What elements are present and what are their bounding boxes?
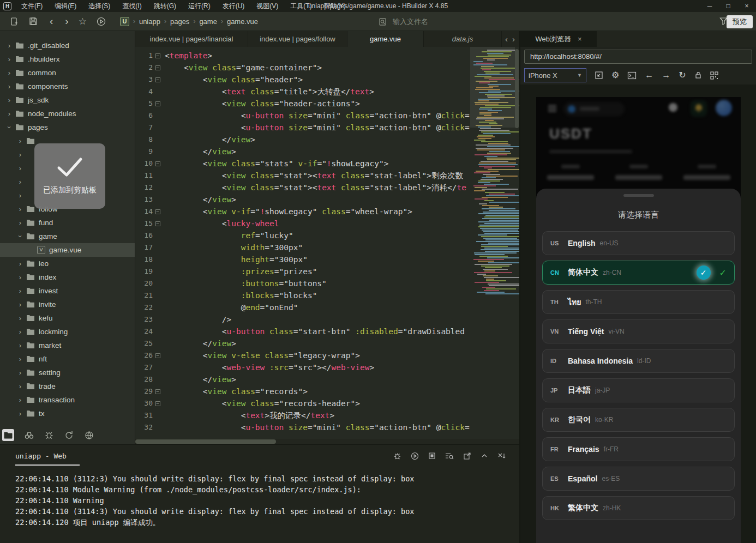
tree-item-setting[interactable]: ›setting — [0, 366, 135, 379]
debug-icon[interactable] — [393, 452, 401, 460]
code-line[interactable]: 13 </view> — [135, 194, 519, 206]
hscroll-thumb[interactable] — [135, 439, 276, 444]
close-button[interactable]: × — [737, 2, 756, 10]
fold-marker[interactable]: − — [153, 349, 163, 361]
tree-item-.git_disabled[interactable]: ›.git_disabled — [0, 39, 135, 52]
fold-icon[interactable]: − — [155, 65, 160, 70]
fold-marker[interactable]: − — [153, 50, 163, 62]
fold-marker[interactable]: − — [153, 206, 163, 218]
device-select[interactable]: iPhone X ▼ — [524, 68, 586, 82]
tree-item-nft[interactable]: ›nft — [0, 352, 135, 366]
fold-icon[interactable]: − — [155, 101, 160, 106]
code-line[interactable]: 25 </view> — [135, 337, 519, 349]
language-option-zh-CN[interactable]: CN简体中文zh-CN✓✓ — [542, 261, 735, 285]
tree-item-ieo[interactable]: ›ieo — [0, 257, 135, 270]
fold-icon[interactable]: − — [155, 353, 160, 358]
code-line[interactable]: 27 <web-view :src="src"></web-view> — [135, 361, 519, 373]
code-line[interactable]: 9 </view> — [135, 146, 519, 158]
back-arrow-icon[interactable]: ← — [645, 71, 653, 80]
fold-icon[interactable]: − — [155, 161, 160, 166]
code-line[interactable]: 10− <view class="stats" v-if="!showLegac… — [135, 158, 519, 170]
menu-item-2[interactable]: 选择(S) — [83, 1, 116, 12]
chevron-icon[interactable]: › — [16, 287, 24, 295]
fold-icon[interactable]: − — [155, 77, 160, 82]
code-line[interactable]: 15− <lucky-wheel — [135, 218, 519, 230]
sheet-drag-handle[interactable] — [623, 194, 654, 197]
browser-tab[interactable]: Web浏览器 × — [520, 31, 597, 47]
language-option-zh-HK[interactable]: HK繁体中文zh-HK — [542, 496, 735, 520]
browser-tab-close-icon[interactable]: × — [578, 35, 582, 43]
chevron-icon[interactable]: › — [16, 219, 24, 227]
breadcrumb-item-game[interactable]: game — [199, 17, 217, 26]
language-option-id-ID[interactable]: IDBahasa Indonesiaid-ID — [542, 349, 735, 373]
tree-item-.hbuilderx[interactable]: ›.hbuilderx — [0, 52, 135, 66]
chevron-icon[interactable]: › — [16, 369, 24, 377]
unlock-icon[interactable] — [694, 71, 702, 80]
horizontal-scrollbar[interactable] — [135, 439, 519, 444]
menu-item-0[interactable]: 文件(F) — [16, 1, 48, 12]
sync-icon[interactable] — [64, 430, 74, 441]
editor-tab-3[interactable]: data.js — [424, 31, 502, 47]
editor-tab-0[interactable]: index.vue | pages/financial — [135, 31, 248, 47]
code-line[interactable]: 31 <text>我的记录</text> — [135, 409, 519, 421]
code-line[interactable]: 2− <view class="game-container"> — [135, 62, 519, 74]
language-option-en-US[interactable]: USEnglishen-US — [542, 231, 735, 255]
chevron-icon[interactable]: › — [16, 191, 24, 200]
chevron-icon[interactable]: › — [16, 409, 24, 418]
code-line[interactable]: 12 <view class="stat"><text class="stat-… — [135, 182, 519, 194]
restart-icon[interactable] — [411, 452, 419, 460]
tree-item-market[interactable]: ›market — [0, 339, 135, 352]
fold-marker[interactable]: − — [153, 158, 163, 170]
chevron-icon[interactable]: › — [5, 41, 13, 50]
code-line[interactable]: 4 <text class="title">大转盘</text> — [135, 86, 519, 98]
clear-log-icon[interactable] — [497, 452, 506, 460]
chevron-icon[interactable]: › — [16, 328, 24, 336]
stop-icon[interactable] — [428, 452, 436, 460]
tree-item-common[interactable]: ›common — [0, 66, 135, 80]
maximize-button[interactable]: □ — [719, 2, 737, 10]
tree-item-pages[interactable]: ›pages — [0, 120, 135, 134]
tab-scroll-left-icon[interactable]: ‹ — [505, 34, 508, 44]
tree-item-index[interactable]: ›index — [0, 270, 135, 284]
chevron-icon[interactable]: › — [5, 96, 13, 104]
chevron-icon[interactable]: › — [5, 110, 13, 118]
chevron-icon[interactable]: › — [16, 178, 24, 186]
code-line[interactable]: 3− <view class="header"> — [135, 74, 519, 86]
code-line[interactable]: 28 </view> — [135, 373, 519, 385]
refresh-icon[interactable]: ↻ — [679, 71, 686, 80]
code-line[interactable]: 23 /> — [135, 313, 519, 325]
fold-icon[interactable]: − — [155, 389, 160, 394]
chevron-icon[interactable]: › — [16, 396, 24, 404]
chevron-icon[interactable]: › — [5, 69, 13, 77]
chevron-icon[interactable]: › — [16, 341, 24, 349]
chevron-icon[interactable]: › — [5, 82, 13, 90]
file-search[interactable]: 输入文件名 — [379, 15, 723, 28]
breadcrumb-item-uniapp[interactable]: uniapp — [139, 17, 160, 26]
code-line[interactable]: 26− <view v-else class="legacy-wrap"> — [135, 349, 519, 361]
language-option-th-TH[interactable]: THไทยth-TH — [542, 290, 735, 314]
fold-icon[interactable]: − — [155, 401, 160, 406]
fold-marker[interactable]: − — [153, 98, 163, 110]
console-tab[interactable]: uniapp - Web — [15, 447, 80, 466]
chevron-icon[interactable]: › — [16, 260, 24, 268]
chevron-icon[interactable]: › — [16, 205, 24, 213]
code-line[interactable]: 17 width="300px" — [135, 242, 519, 254]
tree-item-fund[interactable]: ›fund — [0, 216, 135, 230]
tree-item-transaction[interactable]: ›transaction — [0, 393, 135, 407]
minimap[interactable] — [472, 49, 513, 294]
code-editor[interactable]: 1−<template>2− <view class="game-contain… — [135, 47, 519, 439]
chevron-icon[interactable]: › — [5, 55, 13, 63]
chevron-icon[interactable]: › — [16, 150, 24, 159]
fold-marker[interactable]: − — [153, 74, 163, 86]
chevron-icon[interactable]: › — [16, 233, 25, 240]
star-icon[interactable]: ☆ — [79, 17, 87, 26]
search-binoculars-icon[interactable] — [24, 430, 34, 441]
code-line[interactable]: 7 <u-button size="mini" class="action-bt… — [135, 122, 519, 134]
settings-gear-icon[interactable]: ⚙ — [611, 71, 619, 80]
code-line[interactable]: 24 <u-button class="start-btn" :disabled… — [135, 325, 519, 337]
menu-item-4[interactable]: 跳转(G) — [148, 1, 182, 12]
code-line[interactable]: 20 :buttons="buttons" — [135, 277, 519, 289]
code-line[interactable]: 1−<template> — [135, 50, 519, 62]
tree-item-trade[interactable]: ›trade — [0, 379, 135, 393]
menu-item-6[interactable]: 发行(U) — [217, 1, 250, 12]
